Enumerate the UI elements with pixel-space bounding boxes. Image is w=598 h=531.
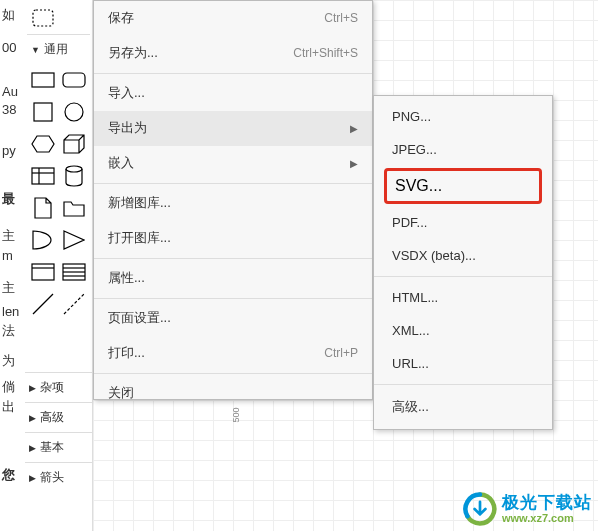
category-label: 基本 [40, 439, 64, 456]
menu-label: 保存 [108, 9, 134, 27]
menu-label: 打开图库... [108, 229, 171, 247]
shape-selection-dashed[interactable] [27, 2, 59, 34]
shape-page[interactable] [27, 192, 59, 224]
shapes-sidebar: ▼ 通用 [25, 0, 93, 531]
watermark-title: 极光下载站 [502, 494, 592, 513]
shape-cylinder[interactable] [59, 160, 91, 192]
watermark-url: www.xz7.com [502, 512, 592, 524]
shape-rounded-rect[interactable] [59, 64, 91, 96]
chevron-right-icon: ▶ [29, 383, 36, 393]
bg-text: 您 [2, 466, 15, 484]
svg-rect-0 [33, 10, 53, 26]
svg-rect-1 [32, 73, 54, 87]
menu-new-library[interactable]: 新增图库... [94, 186, 372, 221]
menu-label: 嵌入 [108, 154, 134, 172]
menu-shortcut: Ctrl+P [324, 346, 358, 360]
shape-list[interactable] [59, 256, 91, 288]
svg-point-4 [65, 103, 83, 121]
menu-label: 页面设置... [108, 309, 171, 327]
bg-text: 最 [2, 190, 15, 208]
menu-properties[interactable]: 属性... [94, 261, 372, 296]
bg-text: 倘 [2, 378, 15, 396]
shape-line[interactable] [27, 288, 59, 320]
watermark: 极光下载站 www.xz7.com [462, 491, 592, 527]
submenu-png[interactable]: PNG... [374, 100, 552, 133]
menu-open-library[interactable]: 打开图库... [94, 221, 372, 256]
svg-marker-5 [32, 136, 54, 152]
menu-separator [94, 258, 372, 259]
submenu-arrow-icon: ▶ [350, 158, 358, 169]
svg-rect-6 [32, 168, 54, 184]
menu-page-setup[interactable]: 页面设置... [94, 301, 372, 336]
category-label: 杂项 [40, 379, 64, 396]
bg-text: 如 [2, 6, 15, 24]
submenu-advanced[interactable]: 高级... [374, 389, 552, 425]
bg-text: Au [2, 84, 18, 99]
bg-text: m [2, 248, 13, 263]
category-general[interactable]: ▼ 通用 [27, 34, 90, 64]
export-submenu: PNG... JPEG... SVG... PDF... VSDX (beta)… [373, 95, 553, 430]
bg-text: 主 [2, 279, 15, 297]
submenu-xml[interactable]: XML... [374, 314, 552, 347]
svg-rect-3 [34, 103, 52, 121]
menu-label: 关闭 [108, 384, 134, 402]
bg-text: 00 [2, 40, 16, 55]
bg-text: 法 [2, 322, 15, 340]
bg-text: 为 [2, 352, 15, 370]
shape-folder[interactable] [59, 192, 91, 224]
submenu-url[interactable]: URL... [374, 347, 552, 380]
submenu-svg-highlighted: SVG... [384, 168, 542, 204]
shape-cube[interactable] [59, 128, 91, 160]
shape-triangle[interactable] [59, 224, 91, 256]
chevron-right-icon: ▶ [29, 443, 36, 453]
svg-point-9 [66, 166, 82, 172]
menu-separator [94, 298, 372, 299]
bg-text: 出 [2, 398, 15, 416]
shape-window[interactable] [27, 256, 59, 288]
category-advanced[interactable]: ▶高级 [25, 402, 92, 432]
bg-text: len [2, 304, 19, 319]
submenu-jpeg[interactable]: JPEG... [374, 133, 552, 166]
category-arrow[interactable]: ▶箭头 [25, 462, 92, 492]
menu-embed[interactable]: 嵌入▶ [94, 146, 372, 181]
submenu-vsdx[interactable]: VSDX (beta)... [374, 239, 552, 272]
chevron-down-icon: ▼ [31, 45, 40, 55]
menu-label: 属性... [108, 269, 145, 287]
category-misc[interactable]: ▶杂项 [25, 372, 92, 402]
bg-text: 38 [2, 102, 16, 117]
menu-separator [94, 183, 372, 184]
menu-separator [374, 276, 552, 277]
submenu-pdf[interactable]: PDF... [374, 206, 552, 239]
svg-rect-2 [63, 73, 85, 87]
chevron-right-icon: ▶ [29, 473, 36, 483]
menu-import[interactable]: 导入... [94, 76, 372, 111]
menu-print[interactable]: 打印...Ctrl+P [94, 336, 372, 371]
bg-text: 主 [2, 227, 15, 245]
menu-save-as[interactable]: 另存为...Ctrl+Shift+S [94, 36, 372, 71]
shape-dashed-line[interactable] [59, 288, 91, 320]
menu-separator [94, 373, 372, 374]
menu-label: 导入... [108, 84, 145, 102]
svg-marker-10 [64, 231, 84, 249]
submenu-html[interactable]: HTML... [374, 281, 552, 314]
shape-circle[interactable] [59, 96, 91, 128]
submenu-arrow-icon: ▶ [350, 123, 358, 134]
menu-label: 导出为 [108, 119, 147, 137]
shape-square[interactable] [27, 96, 59, 128]
shape-table[interactable] [27, 160, 59, 192]
svg-line-17 [33, 294, 53, 314]
chevron-right-icon: ▶ [29, 413, 36, 423]
menu-close[interactable]: 关闭 [94, 376, 372, 411]
menu-save[interactable]: 保存Ctrl+S [94, 1, 372, 36]
menu-label: 打印... [108, 344, 145, 362]
category-label: 箭头 [40, 469, 64, 486]
menu-shortcut: Ctrl+S [324, 11, 358, 25]
shape-halfcircle[interactable] [27, 224, 59, 256]
category-label: 通用 [44, 41, 68, 58]
shape-hexagon[interactable] [27, 128, 59, 160]
submenu-svg[interactable]: SVG... [395, 177, 531, 195]
shape-rectangle[interactable] [27, 64, 59, 96]
menu-export-as[interactable]: 导出为▶ [94, 111, 372, 146]
svg-line-18 [64, 294, 84, 314]
category-basic[interactable]: ▶基本 [25, 432, 92, 462]
